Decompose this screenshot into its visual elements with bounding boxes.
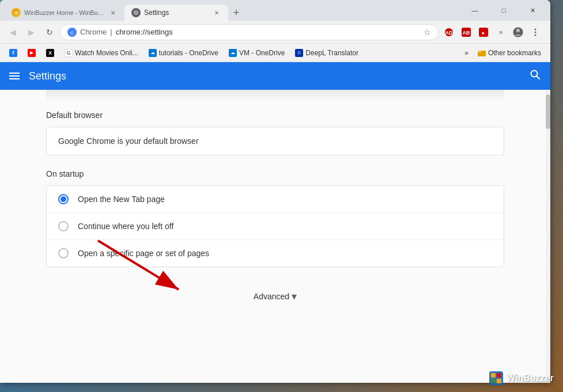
startup-option-specific[interactable]: Open a specific page or set of pages bbox=[47, 240, 504, 267]
bookmark-deepl-label: DeepL Translator bbox=[305, 49, 358, 57]
svg-rect-18 bbox=[478, 51, 481, 52]
svg-rect-24 bbox=[491, 373, 496, 378]
omnibox-url: chrome://settings bbox=[116, 28, 173, 36]
settings-title: Settings bbox=[29, 70, 66, 82]
new-tab-button[interactable]: + bbox=[228, 5, 244, 21]
svg-rect-25 bbox=[497, 373, 501, 378]
bookmark-tutorials-onedrive-label: tutorials - OneDrive bbox=[159, 49, 218, 57]
bookmark-facebook[interactable]: f bbox=[5, 46, 22, 60]
on-startup-title: On startup bbox=[46, 169, 504, 178]
omnibox-site: Chrome bbox=[80, 28, 107, 36]
extra-icon[interactable]: ► bbox=[475, 24, 492, 40]
startup-option-continue-label: Continue where you left off bbox=[78, 222, 173, 231]
radio-newtab bbox=[58, 194, 69, 204]
bookmark-movies-label: Watch Movies Onli... bbox=[75, 49, 138, 57]
startup-options-group: Open the New Tab page Continue where you… bbox=[46, 185, 504, 267]
minimize-button[interactable]: — bbox=[462, 0, 488, 21]
reload-icon: ↻ bbox=[46, 28, 53, 37]
bookmark-youtube[interactable]: ▶ bbox=[23, 46, 40, 60]
folder-icon bbox=[478, 49, 486, 57]
bookmark-x[interactable]: X bbox=[41, 46, 59, 60]
omnibox-separator: | bbox=[110, 28, 112, 36]
on-startup-section: On startup Open the New Tab page Continu… bbox=[46, 169, 504, 267]
deepl-favicon: D bbox=[295, 49, 303, 57]
more-bookmarks-button[interactable]: » bbox=[460, 46, 473, 60]
svg-text:AB: AB bbox=[463, 30, 470, 36]
svg-point-14 bbox=[535, 28, 536, 30]
tab-favicon-winbuzzer: W bbox=[12, 8, 21, 17]
close-button[interactable]: ✕ bbox=[519, 0, 546, 21]
scrollbar-thumb[interactable] bbox=[546, 94, 550, 129]
other-bookmarks-folder[interactable]: Other bookmarks bbox=[473, 46, 546, 60]
omnibox[interactable]: C Chrome | chrome://settings ☆ bbox=[60, 24, 439, 40]
winbuzzer-text: WinBuzzer bbox=[507, 373, 554, 383]
settings-header: Settings bbox=[0, 62, 550, 90]
tab-label-winbuzzer: WinBuzzer Home - WinBuzzer bbox=[24, 9, 105, 16]
settings-search-button[interactable] bbox=[530, 69, 541, 83]
scrollbar[interactable] bbox=[546, 90, 550, 383]
adblock-icon[interactable]: AD bbox=[441, 24, 457, 40]
adblock-plus-icon[interactable]: AB bbox=[458, 24, 474, 40]
reload-button[interactable]: ↻ bbox=[41, 24, 58, 40]
tutorials-onedrive-favicon: ☁ bbox=[149, 49, 157, 57]
maximize-button[interactable]: □ bbox=[490, 0, 517, 21]
bookmark-deepl[interactable]: D DeepL Translator bbox=[290, 46, 363, 60]
back-icon: ◀ bbox=[10, 28, 16, 37]
svg-rect-26 bbox=[491, 379, 496, 383]
bookmark-tutorials-onedrive[interactable]: ☁ tutorials - OneDrive bbox=[144, 46, 223, 60]
settings-main: Default browser Google Chrome is your de… bbox=[0, 90, 550, 383]
tab-label-settings: Settings bbox=[144, 9, 169, 17]
radio-specific bbox=[58, 248, 69, 258]
x-favicon: X bbox=[46, 49, 54, 57]
browser-window: W WinBuzzer Home - WinBuzzer ✕ Settings … bbox=[0, 0, 550, 383]
svg-rect-27 bbox=[497, 379, 501, 383]
settings-content: Default browser Google Chrome is your de… bbox=[0, 90, 550, 383]
omnibox-icons: ☆ bbox=[424, 28, 431, 37]
other-bookmarks-label: Other bookmarks bbox=[488, 49, 541, 57]
tab-winbuzzer[interactable]: W WinBuzzer Home - WinBuzzer ✕ bbox=[5, 5, 124, 21]
svg-point-15 bbox=[535, 31, 536, 33]
tab-settings[interactable]: Settings ✕ bbox=[124, 5, 228, 21]
default-browser-status: Google Chrome is your default browser bbox=[58, 136, 199, 146]
title-bar: W WinBuzzer Home - WinBuzzer ✕ Settings … bbox=[0, 0, 550, 21]
svg-text:W: W bbox=[14, 11, 18, 15]
address-bar: ◀ ▶ ↻ C Chrome | chrome://settings ☆ AD bbox=[0, 21, 550, 44]
youtube-favicon: ▶ bbox=[28, 49, 36, 57]
startup-option-newtab[interactable]: Open the New Tab page bbox=[47, 186, 504, 213]
extensions-more-icon[interactable]: » bbox=[493, 24, 509, 40]
tab-close-settings[interactable]: ✕ bbox=[212, 8, 221, 17]
forward-button[interactable]: ▶ bbox=[23, 24, 39, 40]
tab-bar: W WinBuzzer Home - WinBuzzer ✕ Settings … bbox=[0, 0, 457, 21]
svg-line-20 bbox=[536, 76, 539, 79]
profile-icon[interactable] bbox=[510, 24, 526, 40]
bookmark-movies[interactable]: G Watch Movies Onli... bbox=[60, 46, 143, 60]
default-browser-box: Google Chrome is your default browser bbox=[46, 127, 504, 155]
toolbar-icons: AD AB ► » bbox=[441, 24, 546, 40]
bookmarks-bar: f ▶ X G Watch Movies Onli... ☁ tutorials… bbox=[0, 44, 550, 62]
settings-inner: Default browser Google Chrome is your de… bbox=[0, 90, 550, 335]
winbuzzer-logo-icon bbox=[489, 371, 503, 385]
advanced-label: Advanced bbox=[254, 292, 289, 301]
forward-icon: ▶ bbox=[28, 28, 35, 37]
settings-menu-button[interactable] bbox=[9, 73, 20, 79]
omnibox-favicon: C bbox=[67, 28, 77, 37]
back-button[interactable]: ◀ bbox=[5, 24, 21, 40]
more-bookmarks-icon: » bbox=[464, 49, 468, 57]
startup-option-newtab-label: Open the New Tab page bbox=[78, 195, 165, 204]
advanced-container: Advanced ▾ bbox=[46, 281, 504, 312]
svg-text:AD: AD bbox=[445, 30, 453, 36]
star-icon[interactable]: ☆ bbox=[424, 28, 431, 37]
vm-onedrive-favicon: ☁ bbox=[229, 49, 237, 57]
window-controls: — □ ✕ bbox=[457, 0, 550, 21]
startup-option-specific-label: Open a specific page or set of pages bbox=[78, 249, 209, 258]
advanced-chevron-icon: ▾ bbox=[292, 290, 297, 303]
advanced-section[interactable]: Advanced ▾ bbox=[46, 281, 504, 312]
top-fade-bar bbox=[46, 90, 504, 101]
winbuzzer-watermark: WinBuzzer bbox=[489, 371, 554, 385]
menu-icon[interactable] bbox=[527, 24, 543, 40]
tab-close-winbuzzer[interactable]: ✕ bbox=[108, 8, 118, 17]
tab-favicon-settings bbox=[131, 8, 141, 17]
startup-option-continue[interactable]: Continue where you left off bbox=[47, 213, 504, 240]
bookmark-vm-onedrive[interactable]: ☁ VM - OneDrive bbox=[224, 46, 289, 60]
default-browser-title: Default browser bbox=[46, 111, 504, 120]
